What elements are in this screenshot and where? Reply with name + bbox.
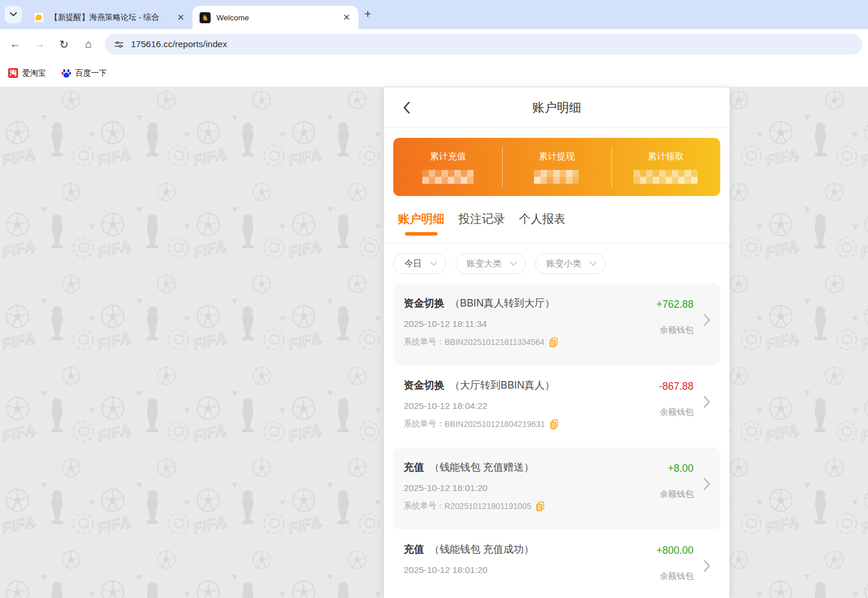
url-text: 175616.cc/reports/index: [131, 39, 227, 49]
site-settings-icon[interactable]: [114, 40, 124, 49]
browser-toolbar: ← → ↻ ⌂ 175616.cc/reports/index: [0, 29, 868, 59]
baidu-paw-icon: [61, 68, 72, 79]
back-icon[interactable]: [400, 99, 412, 119]
transaction-type: 充值: [404, 543, 424, 555]
panel-header: 账户明细: [384, 87, 730, 128]
chevron-down-icon: [589, 261, 597, 266]
close-tab-icon[interactable]: ✕: [175, 12, 187, 23]
filter-label: 账变小类: [546, 258, 581, 269]
tab-title: 【新提醒】海燕策略论坛 - 综合: [50, 12, 171, 23]
back-button[interactable]: ←: [6, 35, 24, 54]
wallet-label: 余额钱包: [656, 571, 693, 582]
totals-card: 累计充值累计提现累计领取: [393, 138, 720, 196]
transaction-amount: +8.00: [660, 462, 693, 475]
bookmarks-bar: 淘 爱淘宝 百度一下: [0, 59, 868, 87]
transaction-amount: +762.88: [656, 298, 693, 311]
chevron-down-icon: [430, 261, 437, 266]
transaction-type: 资金切换: [404, 379, 444, 391]
transaction-row[interactable]: 充值（钱能钱包 充值成功） 2025-10-12 18:01:20 系统单号： …: [393, 529, 720, 598]
masked-value: [422, 170, 474, 184]
masked-value: [634, 170, 698, 184]
transaction-type: 充值: [404, 461, 424, 473]
tab-label: 账户明细: [398, 211, 444, 227]
chevron-down-icon: [10, 12, 17, 17]
tab-strip: 【新提醒】海燕策略论坛 - 综合 ✕ ♞ Welcome ✕ +: [0, 0, 868, 29]
wallet-label: 余额钱包: [659, 407, 693, 418]
transaction-amount-block: +8.00 余额钱包: [660, 462, 693, 500]
transaction-type: 资金切换: [404, 297, 444, 309]
stat-label: 累计充值: [430, 151, 466, 163]
transaction-order: 系统单号：BBIN202510121804219631: [404, 419, 710, 429]
transaction-detail: （BBIN真人转到大厅）: [450, 297, 555, 309]
order-number: R202510121801191005: [444, 501, 531, 511]
transaction-row[interactable]: 资金切换（BBIN真人转到大厅） 2025-10-12 18:11:34 系统单…: [393, 283, 720, 365]
account-detail-panel: 账户明细 累计充值累计提现累计领取 账户明细投注记录个人报表 今日账变大类账变小…: [384, 87, 730, 598]
transaction-amount: -867.88: [659, 380, 693, 393]
close-tab-icon[interactable]: ✕: [340, 12, 353, 23]
filter-dropdown[interactable]: 账变小类: [535, 253, 606, 274]
page-title: 账户明细: [532, 99, 581, 116]
transaction-order: 系统单号：R202510121801191005: [404, 501, 710, 511]
order-number: BBIN202510121811334564: [444, 337, 545, 347]
bookmark-baidu[interactable]: 百度一下: [61, 68, 107, 79]
transaction-row[interactable]: 充值（钱能钱包 充值赠送） 2025-10-12 18:01:20 系统单号：R…: [393, 447, 720, 529]
stat-label: 累计领取: [648, 151, 684, 163]
chevron-right-icon: [703, 314, 711, 329]
home-button[interactable]: ⌂: [79, 35, 98, 54]
order-number: BBIN202510121804219631: [444, 419, 545, 429]
forward-button[interactable]: →: [30, 35, 49, 54]
tab-投注记录[interactable]: 投注记录: [458, 211, 505, 243]
order-label: 系统单号：: [404, 419, 444, 429]
bookmark-taobao[interactable]: 淘 爱淘宝: [8, 68, 46, 79]
filter-dropdown[interactable]: 今日: [393, 253, 446, 274]
tab-label: 个人报表: [519, 211, 565, 227]
tab-账户明细[interactable]: 账户明细: [398, 211, 444, 243]
taobao-icon: 淘: [8, 68, 18, 78]
transaction-amount-block: +762.88 余额钱包: [656, 298, 693, 336]
tab-welcome[interactable]: ♞ Welcome ✕: [193, 6, 358, 29]
stat-column: 累计提现: [502, 138, 611, 196]
tab-forum[interactable]: 【新提醒】海燕策略论坛 - 综合 ✕: [27, 6, 193, 29]
tab-label: 投注记录: [458, 211, 505, 227]
active-tab-underline: [465, 232, 498, 236]
copy-icon[interactable]: [536, 501, 545, 511]
transaction-order: 系统单号：BBIN202510121811334564: [404, 337, 710, 347]
tab-search-button[interactable]: [5, 6, 22, 23]
forum-favicon: [34, 12, 44, 23]
wallet-label: 余额钱包: [656, 325, 693, 336]
filter-dropdown[interactable]: 账变大类: [456, 253, 526, 274]
reload-button[interactable]: ↻: [55, 35, 73, 54]
filter-bar: 今日账变大类账变小类: [384, 243, 730, 283]
stat-column: 累计充值: [393, 138, 502, 196]
new-tab-button[interactable]: +: [364, 7, 371, 21]
transaction-amount-block: -867.88 余额钱包: [659, 380, 693, 418]
transaction-amount-block: +800.00 余额钱包: [656, 544, 693, 582]
copy-icon[interactable]: [550, 419, 558, 429]
browser-window: 【新提醒】海燕策略论坛 - 综合 ✕ ♞ Welcome ✕ + ← → ↻ ⌂…: [0, 0, 868, 598]
tab-title: Welcome: [216, 13, 337, 22]
active-tab-underline: [405, 232, 437, 236]
chevron-down-icon: [510, 261, 517, 266]
chevron-right-icon: [703, 478, 711, 493]
report-tabs: 账户明细投注记录个人报表: [384, 196, 730, 243]
active-tab-underline: [526, 232, 558, 236]
masked-value: [534, 170, 579, 184]
order-label: 系统单号：: [404, 337, 444, 347]
address-bar[interactable]: 175616.cc/reports/index: [105, 34, 862, 55]
wallet-label: 余额钱包: [660, 489, 693, 500]
transaction-detail: （大厅转到BBIN真人）: [450, 379, 555, 391]
filter-label: 今日: [404, 258, 422, 269]
bookmark-label: 百度一下: [76, 68, 107, 79]
welcome-favicon: ♞: [200, 12, 211, 23]
order-label: 系统单号：: [404, 501, 444, 511]
transaction-amount: +800.00: [656, 544, 693, 557]
tab-个人报表[interactable]: 个人报表: [519, 211, 565, 243]
transaction-detail: （钱能钱包 充值赠送）: [429, 461, 534, 473]
transaction-row[interactable]: 资金切换（大厅转到BBIN真人） 2025-10-12 18:04:22 系统单…: [393, 365, 720, 447]
chevron-right-icon: [703, 560, 711, 575]
transaction-list: 资金切换（BBIN真人转到大厅） 2025-10-12 18:11:34 系统单…: [393, 283, 720, 598]
chevron-right-icon: [703, 396, 711, 411]
filter-label: 账变大类: [467, 258, 501, 269]
stat-label: 累计提现: [539, 151, 575, 163]
copy-icon[interactable]: [549, 337, 558, 347]
